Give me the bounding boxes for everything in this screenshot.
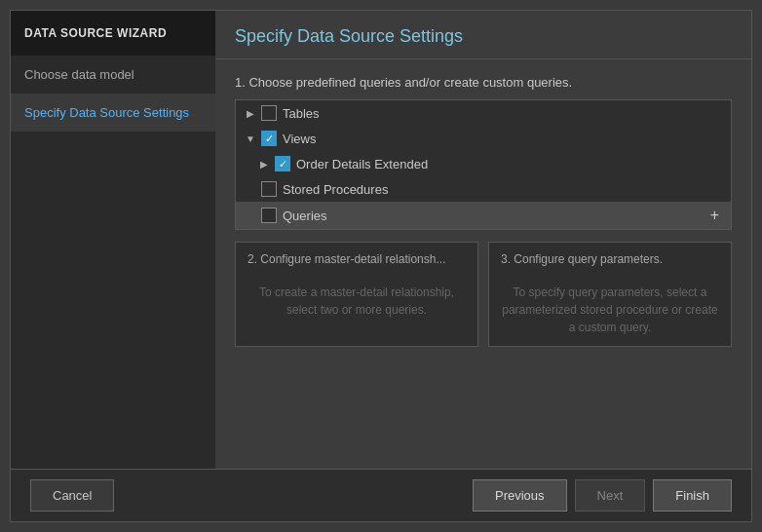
checkbox-views[interactable] — [261, 131, 277, 146]
sidebar-header: Data Source Wizard — [11, 11, 215, 56]
bottom-sections: 2. Configure master-detail relationsh...… — [235, 242, 732, 347]
tree-item-stored-procedures[interactable]: Stored Procedures — [236, 176, 731, 202]
finish-button[interactable]: Finish — [653, 479, 732, 512]
main-content: Specify Data Source Settings 1. Choose p… — [215, 11, 751, 469]
arrow-tables-icon — [244, 106, 257, 120]
content-header: Specify Data Source Settings — [215, 11, 751, 59]
sidebar-item-choose-data-model[interactable]: Choose data model — [11, 56, 215, 94]
arrow-order-details-icon — [257, 157, 271, 171]
tree-item-order-details[interactable]: Order Details Extended — [236, 151, 731, 176]
tree-item-views[interactable]: Views — [236, 126, 731, 151]
checkbox-queries[interactable] — [261, 208, 277, 223]
next-button[interactable]: Next — [575, 479, 646, 512]
query-params-section: 3. Configure query parameters. To specif… — [488, 242, 732, 347]
step3-label: 3. Configure query parameters. — [501, 252, 719, 266]
wizard-body: Data Source Wizard Choose data model Spe… — [11, 11, 751, 469]
queries-label: Queries — [283, 209, 327, 223]
page-title: Specify Data Source Settings — [235, 26, 732, 47]
sidebar-item-specify-settings[interactable]: Specify Data Source Settings — [11, 94, 215, 132]
add-query-button[interactable]: + — [706, 207, 723, 224]
step1-label: 1. Choose predefined queries and/or crea… — [235, 75, 732, 90]
tables-label: Tables — [283, 106, 320, 121]
tree-item-queries[interactable]: Queries + — [236, 202, 731, 229]
step2-label: 2. Configure master-detail relationsh... — [248, 252, 466, 266]
content-body: 1. Choose predefined queries and/or crea… — [215, 59, 751, 469]
step2-desc: To create a master-detail relationship, … — [248, 274, 466, 319]
wizard-container: Data Source Wizard Choose data model Spe… — [10, 10, 752, 522]
step3-desc: To specify query parameters, select a pa… — [501, 274, 719, 336]
checkbox-stored-procedures[interactable] — [261, 181, 277, 197]
cancel-button[interactable]: Cancel — [30, 479, 114, 512]
footer: Cancel Previous Next Finish — [11, 469, 751, 521]
tree-item-tables[interactable]: Tables — [236, 100, 731, 126]
checkbox-tables[interactable] — [261, 105, 277, 121]
checkbox-order-details[interactable] — [275, 156, 290, 171]
stored-procedures-label: Stored Procedures — [283, 182, 388, 197]
views-label: Views — [283, 132, 316, 146]
previous-button[interactable]: Previous — [473, 479, 567, 512]
tree-container: Tables Views Order Details Extended — [235, 99, 732, 230]
order-details-label: Order Details Extended — [296, 157, 428, 171]
master-detail-section: 2. Configure master-detail relationsh...… — [235, 242, 478, 347]
arrow-views-icon — [244, 132, 257, 145]
sidebar: Data Source Wizard Choose data model Spe… — [11, 11, 215, 469]
